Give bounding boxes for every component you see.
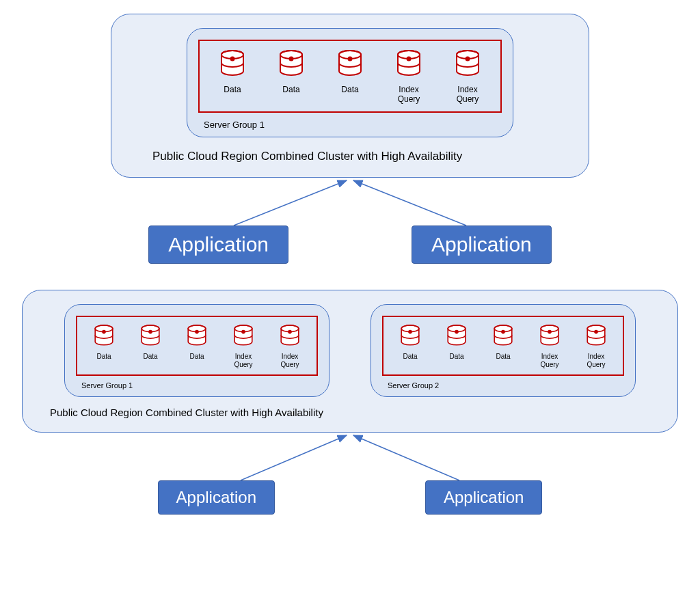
node-label: Data bbox=[189, 353, 204, 361]
node-data: Data bbox=[393, 324, 427, 361]
node-data: Data bbox=[87, 324, 121, 361]
arrow-row-bottom bbox=[14, 433, 686, 480]
node-label: Index Query bbox=[226, 353, 260, 369]
region-bottom: Data Data Data Index Query bbox=[22, 290, 678, 433]
nodes-box: Data Data Data Index Query bbox=[76, 316, 318, 376]
node-label: Data bbox=[96, 353, 111, 361]
architecture-diagram: Data Data Data Index Query bbox=[14, 14, 686, 515]
database-icon bbox=[278, 49, 305, 79]
database-icon bbox=[492, 324, 514, 348]
database-icon bbox=[446, 324, 468, 348]
node-label: Index Query bbox=[388, 85, 429, 105]
application-box: Application bbox=[412, 226, 552, 264]
node-label: Data bbox=[224, 85, 241, 94]
region-top: Data Data Data Index Query bbox=[111, 14, 589, 178]
server-group-1: Data Data Data Index Query bbox=[187, 28, 513, 137]
node-data: Data bbox=[440, 324, 474, 361]
server-groups-row: Data Data Data Index Query bbox=[132, 28, 568, 137]
node-data: Data bbox=[486, 324, 520, 361]
svg-line-5 bbox=[353, 180, 466, 226]
node-label: Data bbox=[341, 85, 358, 94]
node-data: Data bbox=[133, 324, 167, 361]
arrows-svg bbox=[111, 433, 589, 480]
node-data: Data bbox=[271, 49, 312, 94]
apps-row-bottom: Application Application bbox=[158, 480, 543, 515]
application-box: Application bbox=[158, 480, 275, 515]
database-icon bbox=[395, 49, 422, 79]
node-index-query: Index Query bbox=[579, 324, 613, 369]
node-label: Data bbox=[496, 353, 510, 361]
database-icon bbox=[585, 324, 607, 348]
database-icon bbox=[279, 324, 301, 348]
database-icon bbox=[399, 324, 421, 348]
node-label: Data bbox=[449, 353, 463, 361]
node-index-query: Index Query bbox=[447, 49, 488, 105]
database-icon bbox=[336, 49, 364, 79]
node-data: Data bbox=[329, 49, 371, 94]
node-index-query: Index Query bbox=[533, 324, 567, 369]
node-index-query: Index Query bbox=[388, 49, 429, 105]
database-icon bbox=[186, 324, 208, 348]
database-icon bbox=[454, 49, 481, 79]
server-group-2: Data Data Data Index Query bbox=[371, 304, 636, 397]
region-label: Public Cloud Region Combined Cluster wit… bbox=[152, 150, 462, 163]
database-icon bbox=[232, 324, 254, 348]
node-data: Data bbox=[212, 49, 253, 94]
arrow-row-top bbox=[14, 178, 686, 226]
node-label: Data bbox=[282, 85, 299, 94]
database-icon bbox=[219, 49, 246, 79]
svg-line-7 bbox=[353, 435, 459, 480]
node-data: Data bbox=[180, 324, 214, 361]
server-groups-row: Data Data Data Index Query bbox=[43, 304, 657, 397]
application-box: Application bbox=[425, 480, 542, 515]
node-label: Index Query bbox=[579, 353, 613, 369]
arrows-svg bbox=[111, 178, 589, 226]
node-index-query: Index Query bbox=[226, 324, 260, 369]
svg-line-4 bbox=[234, 180, 347, 226]
node-label: Data bbox=[403, 353, 417, 361]
database-icon bbox=[139, 324, 161, 348]
node-label: Index Query bbox=[447, 85, 488, 105]
nodes-box: Data Data Data Index Query bbox=[198, 40, 502, 113]
application-box: Application bbox=[148, 226, 288, 264]
svg-line-6 bbox=[241, 435, 347, 480]
database-icon bbox=[93, 324, 115, 348]
node-label: Index Query bbox=[533, 353, 567, 369]
nodes-box: Data Data Data Index Query bbox=[382, 316, 624, 376]
database-icon bbox=[539, 324, 561, 348]
node-index-query: Index Query bbox=[273, 324, 307, 369]
region-label: Public Cloud Region Combined Cluster wit… bbox=[50, 407, 323, 418]
node-label: Index Query bbox=[273, 353, 307, 369]
node-label: Data bbox=[143, 353, 157, 361]
server-group-label: Server Group 1 bbox=[204, 120, 265, 130]
server-group-label: Server Group 1 bbox=[81, 381, 133, 390]
server-group-label: Server Group 2 bbox=[388, 381, 439, 390]
apps-row-top: Application Application bbox=[148, 226, 552, 264]
server-group-1: Data Data Data Index Query bbox=[64, 304, 329, 397]
